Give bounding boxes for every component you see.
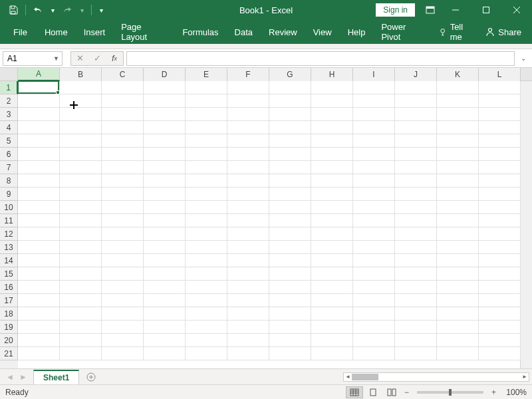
- cell[interactable]: [479, 321, 521, 334]
- insert-function-button[interactable]: fx: [106, 52, 123, 65]
- cell[interactable]: [395, 174, 437, 188]
- cell[interactable]: [18, 188, 60, 201]
- cell[interactable]: [479, 201, 521, 214]
- cell[interactable]: [395, 94, 437, 108]
- cell[interactable]: [60, 201, 102, 214]
- row-head-1[interactable]: 1: [0, 81, 18, 94]
- cell[interactable]: [186, 94, 227, 108]
- cell[interactable]: [18, 321, 60, 334]
- horizontal-scrollbar[interactable]: ◄ ►: [343, 372, 529, 382]
- cell[interactable]: [186, 121, 227, 134]
- cell[interactable]: [60, 227, 102, 241]
- cell[interactable]: [227, 201, 269, 214]
- cell[interactable]: [353, 161, 395, 174]
- cell[interactable]: [353, 307, 395, 321]
- cell[interactable]: [102, 267, 144, 281]
- cell[interactable]: [437, 121, 479, 134]
- cell[interactable]: [144, 294, 186, 307]
- cell[interactable]: [102, 307, 144, 321]
- cell[interactable]: [186, 254, 227, 267]
- cell[interactable]: [144, 347, 186, 360]
- cell[interactable]: [353, 94, 395, 108]
- cell[interactable]: [144, 108, 186, 121]
- undo-dropdown[interactable]: ▾: [47, 7, 58, 14]
- cell[interactable]: [227, 188, 269, 201]
- cell[interactable]: [102, 134, 144, 148]
- cell[interactable]: [227, 121, 269, 134]
- tell-me-button[interactable]: Tell me: [432, 20, 479, 44]
- ribbon-display-options-button[interactable]: [420, 0, 440, 20]
- row-head-13[interactable]: 13: [0, 241, 18, 254]
- cell[interactable]: [437, 148, 479, 161]
- cell[interactable]: [353, 188, 395, 201]
- cell[interactable]: [18, 161, 60, 174]
- cell[interactable]: [186, 334, 227, 347]
- cell[interactable]: [479, 294, 521, 307]
- cell[interactable]: [269, 188, 311, 201]
- cell[interactable]: [437, 227, 479, 241]
- cell[interactable]: [395, 307, 437, 321]
- cell[interactable]: [227, 227, 269, 241]
- cell[interactable]: [395, 347, 437, 360]
- cell[interactable]: [227, 254, 269, 267]
- cell[interactable]: [269, 214, 311, 227]
- minimize-button[interactable]: [440, 0, 471, 20]
- cell[interactable]: [102, 148, 144, 161]
- cell[interactable]: [269, 307, 311, 321]
- zoom-thumb[interactable]: [449, 389, 452, 396]
- col-head-c[interactable]: C: [102, 68, 144, 81]
- cell[interactable]: [353, 174, 395, 188]
- cell[interactable]: [311, 347, 353, 360]
- cell[interactable]: [437, 321, 479, 334]
- cell[interactable]: [395, 108, 437, 121]
- cell[interactable]: [102, 214, 144, 227]
- cell[interactable]: [18, 201, 60, 214]
- normal-view-button[interactable]: [346, 386, 363, 398]
- save-button[interactable]: [5, 2, 21, 18]
- row-head-15[interactable]: 15: [0, 267, 18, 281]
- cell[interactable]: [353, 281, 395, 294]
- cell[interactable]: [353, 294, 395, 307]
- tab-home[interactable]: Home: [37, 20, 76, 44]
- cell[interactable]: [60, 321, 102, 334]
- cell[interactable]: [311, 267, 353, 281]
- maximize-button[interactable]: [471, 0, 501, 20]
- cell[interactable]: [311, 121, 353, 134]
- cell[interactable]: [60, 121, 102, 134]
- undo-button[interactable]: [30, 2, 46, 18]
- cell[interactable]: [353, 81, 395, 94]
- cell[interactable]: [437, 161, 479, 174]
- close-button[interactable]: [501, 0, 532, 20]
- cell[interactable]: [186, 81, 227, 94]
- hscroll-thumb[interactable]: [352, 374, 378, 380]
- tab-view[interactable]: View: [305, 20, 340, 44]
- cell[interactable]: [479, 174, 521, 188]
- cell[interactable]: [311, 108, 353, 121]
- hscroll-right[interactable]: ►: [521, 373, 529, 381]
- cell[interactable]: [186, 347, 227, 360]
- cell[interactable]: [395, 334, 437, 347]
- cell[interactable]: [227, 281, 269, 294]
- cell[interactable]: [311, 188, 353, 201]
- sign-in-button[interactable]: Sign in: [376, 3, 415, 17]
- cell[interactable]: [479, 267, 521, 281]
- cell[interactable]: [269, 267, 311, 281]
- cell[interactable]: [353, 108, 395, 121]
- cell[interactable]: [269, 294, 311, 307]
- cell[interactable]: [18, 148, 60, 161]
- cell[interactable]: [395, 227, 437, 241]
- cell[interactable]: [311, 294, 353, 307]
- name-box-dropdown[interactable]: ▼: [53, 55, 59, 62]
- row-head-5[interactable]: 5: [0, 134, 18, 148]
- cell[interactable]: [60, 81, 102, 94]
- cell[interactable]: [437, 108, 479, 121]
- cell[interactable]: [144, 188, 186, 201]
- cell[interactable]: [437, 281, 479, 294]
- cell[interactable]: [186, 281, 227, 294]
- row-head-19[interactable]: 19: [0, 321, 18, 334]
- cell[interactable]: [102, 294, 144, 307]
- cell[interactable]: [269, 134, 311, 148]
- cell[interactable]: [102, 201, 144, 214]
- cell[interactable]: [102, 334, 144, 347]
- cell[interactable]: [353, 227, 395, 241]
